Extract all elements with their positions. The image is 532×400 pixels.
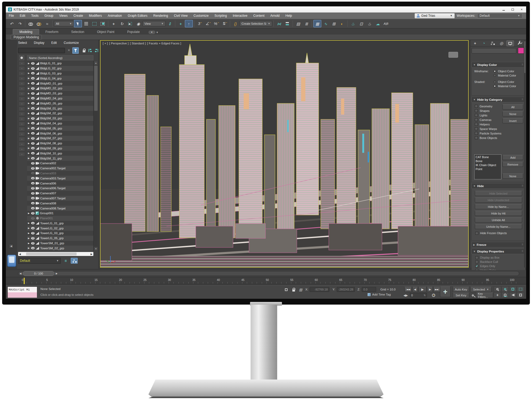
menu-item[interactable]: Graph Editors xyxy=(125,12,150,19)
schematic-view-icon[interactable] xyxy=(330,20,338,27)
visibility-eye-icon[interactable] xyxy=(31,112,35,115)
unlink-selection-icon[interactable] xyxy=(35,20,43,27)
explorer-filter-display-hidden-icon[interactable]: ◦ xyxy=(19,142,25,146)
hide-action-button[interactable]: Hide Unselected xyxy=(475,197,522,203)
visibility-eye-icon[interactable] xyxy=(31,202,35,204)
menu-item[interactable]: Views xyxy=(56,12,70,19)
ribbon-tab[interactable]: Selection xyxy=(65,29,90,35)
visibility-eye-icon[interactable] xyxy=(31,72,35,74)
hide-action-button[interactable]: Hide by Hit xyxy=(475,211,522,216)
explorer-row[interactable]: ▶ BldgMD_03_grp xyxy=(27,91,93,96)
scrollbar-thumb[interactable] xyxy=(26,252,77,255)
expand-arrow-icon[interactable]: ▶ xyxy=(28,77,30,79)
motion-tab-icon[interactable] xyxy=(498,40,505,46)
toggle-ribbon-icon[interactable] xyxy=(313,20,321,27)
named-selection-sets-dropdown[interactable]: Create Selection Se ▼ xyxy=(240,21,272,26)
object-color-swatch[interactable] xyxy=(518,48,524,54)
utilities-tab-icon[interactable] xyxy=(515,40,523,46)
radio-shaded-object-color[interactable] xyxy=(493,81,496,83)
viewport-canvas[interactable] xyxy=(100,40,469,268)
menu-item[interactable]: Civil View xyxy=(171,12,191,19)
explorer-filter-bones-icon[interactable]: ◦ xyxy=(19,102,25,106)
scroll-up-icon[interactable]: ▲ xyxy=(94,61,98,65)
visibility-eye-icon[interactable] xyxy=(31,92,35,95)
rollout-header-hide[interactable]: ▼ Hide ⠿ xyxy=(471,183,525,189)
explorer-row[interactable]: ▶ BldgLG_01_grp xyxy=(27,61,93,66)
auto-key-button[interactable]: Auto Key xyxy=(453,287,469,292)
expand-arrow-icon[interactable]: ▶ xyxy=(28,87,30,90)
viewport-style-menu[interactable]: [ Standard ] xyxy=(130,42,146,45)
explorer-filter-pin-icon[interactable]: ◦ xyxy=(19,152,25,157)
expand-arrow-icon[interactable]: ▶ xyxy=(28,92,30,95)
menu-item[interactable]: Content xyxy=(250,12,267,19)
add-time-tag[interactable]: Add Time Tag xyxy=(368,293,391,296)
zoom-all-icon[interactable] xyxy=(501,286,509,292)
minimize-button[interactable] xyxy=(499,6,508,12)
visibility-eye-icon[interactable] xyxy=(31,147,35,149)
explorer-row[interactable]: ▶ BldgSM_10_grp xyxy=(27,151,93,156)
visibility-eye-icon[interactable] xyxy=(31,192,35,195)
explorer-row[interactable]: ▶ BldgSM_09_grp xyxy=(27,146,93,151)
menu-item[interactable]: Scripting xyxy=(211,12,230,19)
visibility-eye-icon[interactable] xyxy=(31,232,35,234)
explorer-filter-shapes-icon[interactable]: ◦ xyxy=(19,71,25,76)
viewcube[interactable] xyxy=(448,52,458,58)
zoom-extents-icon[interactable] xyxy=(509,286,517,292)
explorer-filter-xrefs-icon[interactable]: ◦ xyxy=(19,132,25,136)
expand-arrow-icon[interactable]: ▶ xyxy=(28,107,30,110)
hide-action-button[interactable]: Hide by Name... xyxy=(475,204,522,209)
hide-action-button[interactable]: Unhide All xyxy=(475,217,522,222)
bone-list-item[interactable]: Bone xyxy=(476,159,500,163)
visibility-eye-icon[interactable] xyxy=(31,197,35,199)
visibility-eye-icon[interactable] xyxy=(31,182,35,184)
hide-frozen-objects-checkbox[interactable] xyxy=(475,232,478,235)
explorer-row[interactable]: ▶ BldgSM_07_grp xyxy=(27,136,93,141)
visibility-eye-icon[interactable] xyxy=(31,132,35,134)
absolute-mode-transform-icon[interactable] xyxy=(297,287,304,293)
keyboard-shortcut-override-icon[interactable] xyxy=(185,20,193,27)
explorer-row[interactable]: ▶ Camera008 xyxy=(27,201,93,206)
hierarchy-tab-icon[interactable] xyxy=(489,40,496,46)
use-pivot-point-center-icon[interactable] xyxy=(166,20,174,27)
explorer-search-input[interactable] xyxy=(18,48,65,53)
explorer-row[interactable]: ▶ BldgLG_04_grp xyxy=(27,76,93,81)
render-in-cloud-icon[interactable] xyxy=(374,20,382,27)
explorer-row[interactable]: ▶ TowerLG_01_grp xyxy=(27,221,93,226)
expand-arrow-icon[interactable]: ▶ xyxy=(28,232,30,234)
zoom-icon[interactable] xyxy=(494,286,501,292)
rectangular-selection-region-icon[interactable] xyxy=(90,20,98,27)
macro-recorder-line[interactable] xyxy=(8,292,37,298)
expand-arrow-icon[interactable]: ▶ xyxy=(28,227,30,229)
snap-toggle-3d-icon[interactable] xyxy=(196,20,204,27)
state-sets-icon[interactable] xyxy=(382,20,390,27)
visibility-eye-icon[interactable] xyxy=(31,227,35,229)
key-filter-mode-icon[interactable] xyxy=(470,292,475,298)
expand-arrow-icon[interactable]: ▶ xyxy=(28,152,30,154)
viewport-general-menu[interactable]: [ + ] xyxy=(103,42,108,45)
explorer-row[interactable]: ▶ TowerLG_03_grp xyxy=(27,231,93,236)
x-coordinate-field[interactable]: -92769.18 xyxy=(310,287,329,292)
expand-arrow-icon[interactable]: ▶ xyxy=(28,72,30,74)
explorer-filter-display-frozen-icon[interactable]: ◦ xyxy=(19,137,25,141)
y-coordinate-field[interactable]: -260243.28 xyxy=(337,287,355,292)
explorer-row[interactable]: ▶ Camera002 xyxy=(27,161,93,166)
menu-item[interactable]: Group xyxy=(41,12,56,19)
visibility-eye-icon[interactable] xyxy=(31,117,35,120)
explorer-row[interactable]: ▶ BldgSM_02_grp xyxy=(27,111,93,116)
explorer-menu-item[interactable]: Display xyxy=(34,41,44,45)
radio-wireframe-object-color[interactable] xyxy=(493,70,496,73)
key-filters-button[interactable]: Key Filters... xyxy=(476,293,493,298)
selection-filter-dropdown[interactable]: All ▼ xyxy=(54,21,74,26)
visibility-eye-icon[interactable] xyxy=(31,102,35,104)
track-bar[interactable]: 0510152025303540455055606570758085909510… xyxy=(6,277,526,284)
perspective-viewport[interactable]: [ + ] [ Perspective ] [ Standard ] [ Fac… xyxy=(100,40,469,268)
explorer-row[interactable]: ▶ BldgSM_01_grp xyxy=(27,106,93,111)
explorer-filter-space-warps-icon[interactable]: ◦ xyxy=(19,91,25,96)
visibility-eye-icon[interactable] xyxy=(31,167,35,170)
explorer-row[interactable]: ▶ BldgMD_04_grp xyxy=(27,96,93,101)
visibility-eye-icon[interactable] xyxy=(31,237,35,239)
visibility-eye-icon[interactable] xyxy=(31,212,35,214)
explorer-row[interactable]: ▶ TowerLG_05_grp xyxy=(27,236,93,241)
explorer-row[interactable]: ▶ Group001 xyxy=(27,211,93,216)
reference-coordinate-dropdown[interactable]: View ▼ xyxy=(143,21,165,26)
